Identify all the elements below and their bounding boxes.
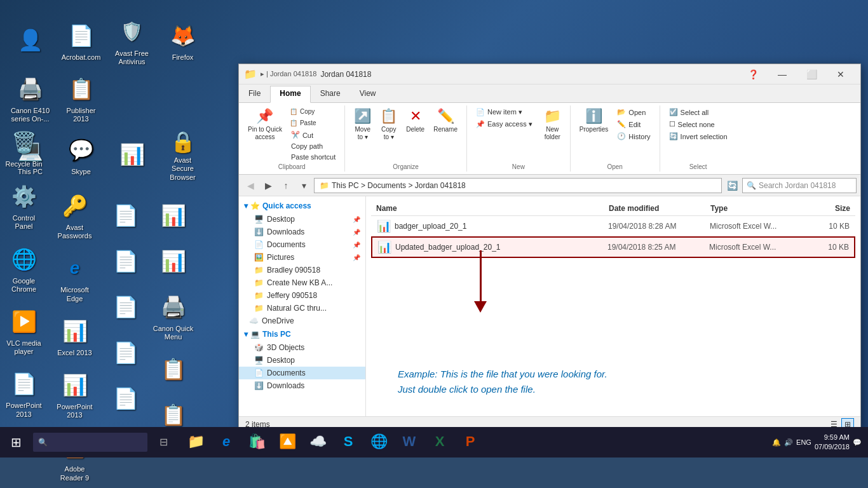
canon-quick-menu-label: Canon Quick Menu — [153, 325, 194, 341]
nav-item-bradley[interactable]: 📁 Bradley 090518 — [239, 264, 365, 276]
desktop-icon-adobe-reader[interactable]: 📄 PowerPoint 2013 — [0, 365, 48, 421]
paste-button[interactable]: 📋 Paste — [287, 118, 339, 128]
minimize-button[interactable]: — — [768, 64, 797, 85]
taskbar-app-skype[interactable]: S — [334, 427, 363, 458]
tray-notification-icon[interactable]: 💬 — [853, 438, 862, 447]
nav-item-downloads[interactable]: ⬇️ Downloads 📌 — [239, 226, 365, 238]
taskbar-task-view[interactable]: ⊟ — [149, 427, 178, 458]
nav-item-desktop[interactable]: 🖥️ Desktop 📌 — [239, 213, 365, 226]
nav-item-jeffery[interactable]: 📁 Jeffery 090518 — [239, 289, 365, 302]
desktop-icon-control-panel[interactable]: ⚙️ Control Panel — [0, 178, 48, 234]
rename-button[interactable]: ✏️ Rename — [430, 107, 461, 135]
this-pc-section[interactable]: ▾ 💻 This PC — [239, 327, 365, 341]
desktop-icon-google-chrome[interactable]: 🌐 Google Chrome — [0, 241, 48, 297]
desktop-icon-user-profile[interactable]: 👤 — [6, 13, 54, 70]
nav-item-onedrive[interactable]: ☁️ OneDrive — [239, 315, 365, 327]
edit-button[interactable]: ✏️ Edit — [613, 119, 654, 130]
desktop-icon-excel2-col4[interactable]: 📊 — [149, 243, 197, 282]
nav-item-downloads-pc[interactable]: ⬇️ Downloads — [239, 379, 365, 392]
invert-selection-button[interactable]: 🔄 Invert selection — [665, 131, 731, 142]
tab-file[interactable]: File — [239, 86, 270, 102]
taskbar-app-store[interactable]: 🛍️ — [242, 427, 271, 458]
desktop-icon-acrobat[interactable]: 📄 Acrobat.com — [57, 13, 105, 70]
forward-button[interactable]: ▶ — [261, 178, 276, 193]
taskbar-app-chrome[interactable]: 🌐 — [364, 427, 393, 458]
copy-path-button[interactable]: Copy path — [287, 141, 339, 151]
quick-access-section[interactable]: ▾ ⭐ Quick access — [239, 199, 365, 213]
back-button[interactable]: ◀ — [243, 178, 258, 193]
select-all-button[interactable]: ☑️ Select all — [665, 107, 731, 118]
desktop-icon-excel-col4[interactable]: 📊 — [149, 197, 197, 236]
select-none-button[interactable]: ☐ Select none — [665, 119, 731, 130]
open-button[interactable]: 📂 Open — [613, 107, 654, 118]
tray-network-icon[interactable]: 🔔 — [772, 438, 781, 447]
search-box[interactable]: 🔍 Search Jordan 041818 — [742, 178, 857, 193]
desktop-icon-doc1[interactable]: 📄 — [102, 197, 149, 236]
tray-volume-icon[interactable]: 🔊 — [784, 438, 793, 447]
easy-access-button[interactable]: 📌 Easy access ▾ — [472, 119, 536, 130]
desktop-icon-vlc[interactable]: ▶️ VLC media player — [0, 303, 48, 359]
nav-item-natural-gc[interactable]: 📁 Natural GC thru... — [239, 302, 365, 315]
nav-item-desktop-pc[interactable]: 🖥️ Desktop — [239, 354, 365, 367]
desktop-icon-excel-row3[interactable]: 📊 — [108, 127, 156, 184]
desktop-icon-canon-e410[interactable]: 🖨️ Canon E410 series On-... — [6, 70, 54, 127]
taskbar-app-ppt[interactable]: P — [456, 427, 485, 458]
tab-home[interactable]: Home — [270, 86, 310, 103]
desktop-icon-ppt-col4[interactable]: 📋 — [149, 351, 197, 390]
taskbar-app-upwork[interactable]: 🔼 — [273, 427, 302, 458]
history-button[interactable]: 🕐 History — [613, 131, 654, 142]
nav-item-documents-qa[interactable]: 📄 Documents 📌 — [239, 238, 365, 251]
taskbar-app-file-explorer[interactable]: 📁 — [181, 427, 210, 458]
tab-view[interactable]: View — [350, 86, 386, 102]
nav-item-pictures[interactable]: 🖼️ Pictures 📌 — [239, 251, 365, 264]
refresh-button[interactable]: 🔄 — [724, 178, 740, 193]
desktop-icon-doc4[interactable]: 📄 — [102, 334, 149, 374]
start-button[interactable]: ⊞ — [0, 427, 32, 458]
taskbar-app-word[interactable]: W — [395, 427, 424, 458]
copy-button[interactable]: 📋 Copy — [287, 107, 339, 117]
nav-item-3d-objects[interactable]: 🎲 3D Objects — [239, 341, 365, 354]
taskbar-app-excel[interactable]: X — [425, 427, 454, 458]
nav-item-create-new[interactable]: 📁 Create New KB A... — [239, 276, 365, 289]
desktop-icon-powerpoint2013-1[interactable]: 📊 PowerPoint 2013 — [51, 367, 98, 423]
tab-share[interactable]: Share — [311, 86, 350, 102]
address-path[interactable]: 📁 This PC > Documents > Jordan 041818 — [314, 178, 722, 193]
desktop-icon-recycle-bin[interactable]: 🗑️ Recycle Bin — [0, 124, 48, 172]
taskbar-clock[interactable]: 9:59 AM 07/09/2018 — [815, 433, 850, 452]
desktop-icon-avast[interactable]: 🛡️ Avast Free Antivirus — [108, 13, 156, 70]
paste-shortcut-button[interactable]: Paste shortcut — [287, 152, 339, 162]
desktop-icon-skype[interactable]: 💬 Skype — [57, 127, 105, 184]
up-button[interactable]: ↑ — [278, 178, 294, 193]
desktop-icon-excel2013[interactable]: 📊 Excel 2013 — [51, 313, 98, 360]
desktop-icon-publisher2013[interactable]: 📋 Publisher 2013 — [57, 70, 105, 127]
copy-to-button[interactable]: 📋 Copyto ▾ — [376, 107, 401, 142]
desktop-icon-ms-edge[interactable]: e Microsoft Edge — [51, 250, 98, 306]
recent-locations-button[interactable]: ▾ — [296, 178, 311, 193]
desktop-icon-firefox[interactable]: 🦊 Firefox — [159, 13, 207, 70]
new-folder-button[interactable]: 📁 Newfolder — [540, 107, 565, 142]
desktop-icon-doc2[interactable]: 📄 — [102, 243, 149, 282]
desktop-icon-avast-passwords[interactable]: 🔑 Avast Passwords — [51, 187, 98, 243]
desktop-icon-canon-quick-menu[interactable]: 🖨️ Canon Quick Menu — [149, 288, 197, 344]
paste-icon: 📋 — [290, 119, 297, 127]
close-button[interactable]: ✕ — [826, 64, 855, 85]
maximize-button[interactable]: ⬜ — [797, 64, 826, 85]
new-item-button[interactable]: 📄 New item ▾ — [472, 107, 536, 118]
desktop-icon-doc5[interactable]: 📄 — [102, 380, 149, 419]
pin-to-quick-access-button[interactable]: 📌 Pin to Quickaccess — [244, 107, 286, 142]
file-item-badger-upload[interactable]: 📊 badger_upload_20_1 19/04/2018 8:28 AM … — [371, 216, 855, 236]
properties-button[interactable]: ℹ️ Properties — [576, 107, 613, 135]
help-button[interactable]: ❓ — [738, 64, 768, 85]
nav-item-documents-pc[interactable]: 📄 Documents — [239, 367, 365, 379]
taskbar-search-box[interactable]: 🔍 — [33, 433, 147, 452]
desktop-icon-avast-secure[interactable]: 🔒 Avast Secure Browser — [159, 127, 207, 184]
desktop-nav-icon: 🖥️ — [254, 215, 264, 224]
file-item-updated-badger[interactable]: 📊 Updated_badger_upload_20_1 19/04/2018 … — [371, 236, 855, 258]
delete-button[interactable]: ✕ Delete — [402, 107, 428, 135]
taskbar-app-icloud[interactable]: ☁️ — [303, 427, 332, 458]
file-list-header[interactable]: Name Date modified Type Size — [371, 201, 855, 216]
cut-button[interactable]: ✂️ Cut — [287, 130, 339, 140]
move-to-button[interactable]: ↗️ Moveto ▾ — [350, 107, 375, 142]
taskbar-app-edge[interactable]: e — [212, 427, 241, 458]
desktop-icon-doc3[interactable]: 📄 — [102, 288, 149, 328]
